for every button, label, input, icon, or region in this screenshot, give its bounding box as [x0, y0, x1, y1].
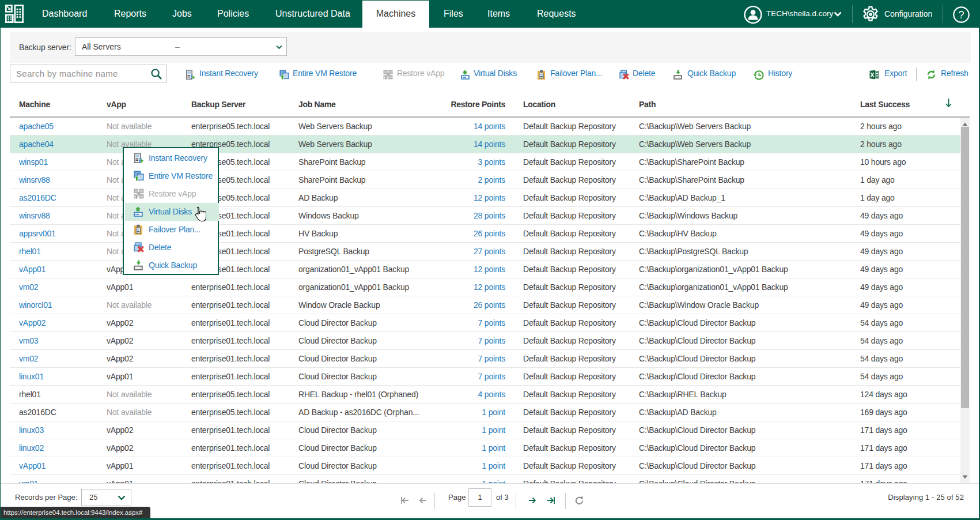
svg-text:?: ? — [958, 9, 964, 21]
